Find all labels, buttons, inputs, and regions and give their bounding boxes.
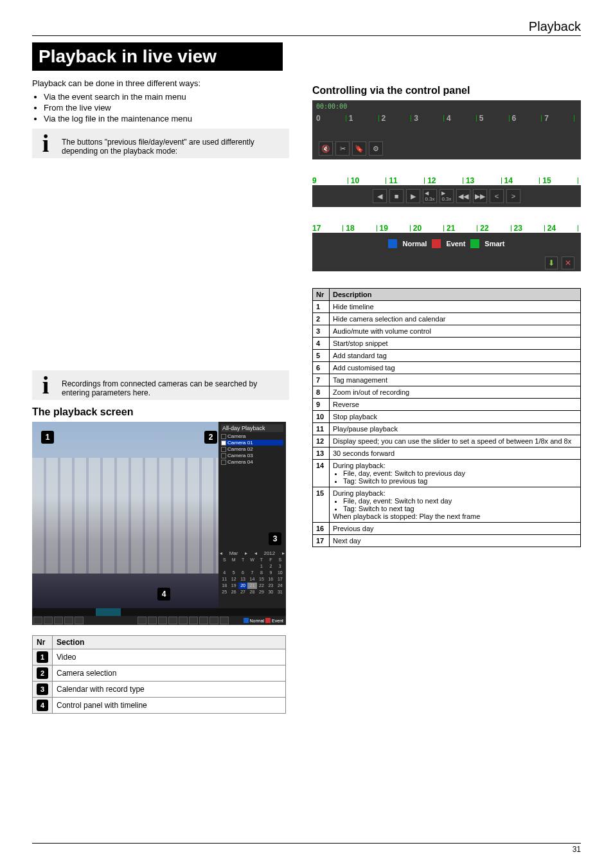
intro: Playback can be done in three different …: [32, 78, 289, 88]
days-grid: 123 45678910 11121314151617 181920212223…: [220, 563, 285, 595]
ctl-heading: Controlling via the control panel: [312, 85, 581, 96]
index-row: 17 18 19 20 21 22 23 24: [312, 224, 581, 233]
desc: Display speed; you can use the slider to…: [330, 435, 581, 448]
stop-button[interactable]: ■: [389, 189, 404, 203]
info-icon: i: [36, 373, 55, 397]
ctl-button[interactable]: [44, 617, 53, 624]
desc: During playback: File, day, event: Switc…: [330, 460, 581, 487]
skip-back-button[interactable]: ◀◀: [456, 189, 470, 203]
timeline[interactable]: [32, 608, 286, 616]
page-number: 31: [573, 845, 581, 854]
desc: Hide camera selection and calendar: [330, 313, 581, 325]
index-row: 9 10 11 12 13 14 15: [312, 176, 581, 185]
video-area: [32, 422, 218, 608]
month-label: Mar: [229, 550, 238, 556]
callout-1: 1: [41, 431, 54, 444]
control-panel: Normal Event: [32, 608, 286, 625]
ctl-button[interactable]: [158, 617, 167, 624]
ov-label: Camera selection: [53, 665, 286, 682]
footer-bar: ⬇ ✕: [312, 255, 581, 271]
prev-day-button[interactable]: <: [490, 189, 504, 203]
next-year-icon[interactable]: ▸: [282, 550, 285, 556]
ov-num: 1: [33, 649, 53, 665]
playback-buttons-row: ◀ ■ ▶ ◀0.3x ▶0.3x ◀◀ ▶▶ < >: [312, 185, 581, 207]
note: i The buttons "previous file/day/event" …: [32, 129, 289, 158]
page-title: Playback in live view: [32, 42, 283, 71]
way-item: Via the event search in the main menu: [44, 92, 289, 102]
desc: Next day: [330, 535, 581, 547]
note-text: The buttons "previous file/day/event" ar…: [62, 131, 285, 156]
ov-label: Control panel with timeline: [53, 698, 286, 714]
prev-year-icon[interactable]: ◂: [254, 550, 257, 556]
legend-bar: Normal Event Smart: [312, 233, 581, 255]
settings-button[interactable]: ⚙: [369, 141, 383, 156]
desc: Tag management: [330, 374, 581, 386]
ctl-button[interactable]: [168, 617, 177, 624]
ctl-button[interactable]: [54, 617, 63, 624]
desc: 30 seconds forward: [330, 448, 581, 460]
screenshot-legend: Normal Event: [244, 616, 286, 625]
right-column: Controlling via the control panel 00:00:…: [312, 78, 581, 547]
play-button[interactable]: ▶: [406, 189, 420, 203]
note: i Recordings from connected cameras can …: [32, 370, 289, 400]
ov-num: 2: [33, 665, 53, 682]
speed-down-button[interactable]: ◀0.3x: [423, 189, 437, 203]
header-section: Playback: [529, 19, 581, 33]
ctl-button[interactable]: [138, 617, 147, 624]
ctl-button[interactable]: [64, 617, 73, 624]
desc: Add customised tag: [330, 362, 581, 374]
col-nr: Nr: [33, 636, 53, 649]
building-graphic: [32, 458, 218, 574]
ctl-button[interactable]: [179, 617, 188, 624]
ov-num: 3: [33, 682, 53, 698]
camera-item[interactable]: Camera 04: [221, 459, 283, 465]
timecode: 00:00:00: [316, 103, 347, 110]
control-desc-table: Nr Description 1Hide timeline 2Hide came…: [312, 288, 581, 547]
ctl-button[interactable]: [189, 617, 198, 624]
snippet-button[interactable]: ✂: [335, 141, 350, 156]
speed-up-button[interactable]: ▶0.3x: [440, 189, 454, 203]
dow-row: SMTWTFS: [220, 557, 285, 563]
strip-1: 00:00:00 0 1 2 3 4 5 6 7 🔇 ✂ 🔖 ⚙: [312, 100, 581, 159]
playback-screenshot: All-day Playback Camera Camera 01 Camera…: [32, 422, 286, 625]
desc: Start/stop snippet: [330, 338, 581, 350]
col-nr: Nr: [313, 289, 330, 301]
strip-2: 9 10 11 12 13 14 15 ◀ ■ ▶ ◀0.3x ▶0.3x ◀◀…: [312, 176, 581, 207]
timeline-bar: 00:00:00 0 1 2 3 4 5 6 7: [312, 100, 581, 138]
desc: Play/pause playback: [330, 423, 581, 435]
ctl-button[interactable]: [220, 617, 229, 624]
ctl-button[interactable]: [209, 617, 218, 624]
ways-list: Via the event search in the main menu Fr…: [44, 92, 289, 123]
next-day-button[interactable]: >: [506, 189, 520, 203]
close-icon[interactable]: ✕: [562, 257, 574, 269]
audio-button[interactable]: 🔇: [319, 141, 333, 156]
ctl-button[interactable]: [33, 617, 42, 624]
ov-label: Video: [53, 649, 286, 665]
skip-fwd-button[interactable]: ▶▶: [473, 189, 487, 203]
camera-item[interactable]: Camera 03: [221, 453, 283, 458]
ctl-button[interactable]: [199, 617, 208, 624]
next-month-icon[interactable]: ▸: [245, 550, 247, 556]
reverse-button[interactable]: ◀: [373, 189, 387, 203]
export-icon[interactable]: ⬇: [545, 257, 558, 269]
tag-button[interactable]: 🔖: [352, 141, 366, 156]
col-desc: Description: [330, 289, 581, 301]
camera-item[interactable]: Camera 01: [221, 440, 283, 446]
desc: Hide timeline: [330, 301, 581, 313]
ov-num: 4: [33, 698, 53, 714]
desc: Stop playback: [330, 411, 581, 423]
prev-month-icon[interactable]: ◂: [220, 550, 222, 556]
ctl-button[interactable]: [75, 617, 84, 624]
desc: Audio/mute with volume control: [330, 325, 581, 338]
info-icon: i: [36, 131, 55, 156]
camera-item[interactable]: Camera 02: [221, 446, 283, 452]
legend: Normal Event Smart: [388, 239, 504, 248]
ov-label: Calendar with record type: [53, 682, 286, 698]
callout-3: 3: [269, 532, 281, 545]
ctl-button[interactable]: [148, 617, 157, 624]
desc: Previous day: [330, 523, 581, 535]
page-footer: 31: [32, 843, 581, 854]
panel-title: All-day Playback: [221, 424, 283, 432]
year-label: 2012: [263, 550, 275, 556]
desc: Zoom in/out of recording: [330, 386, 581, 399]
